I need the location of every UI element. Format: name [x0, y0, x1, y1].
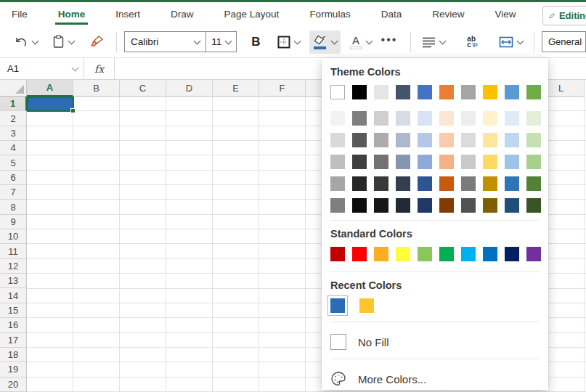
alignment-dropdown-chevron[interactable]	[439, 37, 447, 44]
row-header-17[interactable]: 17	[0, 333, 27, 348]
standard-color-swatch[interactable]	[505, 247, 519, 261]
standard-color-swatch[interactable]	[396, 247, 410, 261]
wrap-text-button[interactable]: ab c	[460, 32, 485, 52]
fill-handle[interactable]	[70, 108, 76, 113]
theme-variant-swatch[interactable]	[418, 111, 432, 126]
font-color-dropdown-chevron[interactable]	[365, 37, 373, 44]
theme-variant-swatch[interactable]	[439, 155, 454, 169]
theme-variant-swatch[interactable]	[352, 198, 367, 213]
theme-variant-swatch[interactable]	[418, 155, 432, 169]
active-cell-a1[interactable]	[27, 97, 74, 112]
theme-variant-swatch[interactable]	[526, 111, 541, 126]
format-painter-button[interactable]	[86, 30, 109, 53]
standard-color-swatch[interactable]	[330, 247, 345, 261]
alignment-button[interactable]	[418, 32, 449, 52]
select-all-button[interactable]	[0, 80, 27, 97]
theme-color-swatch[interactable]	[352, 85, 367, 99]
name-box[interactable]: A1	[0, 58, 84, 79]
theme-variant-swatch[interactable]	[505, 133, 519, 147]
theme-variant-swatch[interactable]	[352, 176, 367, 191]
paste-button[interactable]	[49, 30, 78, 53]
row-header-19[interactable]: 19	[0, 362, 27, 377]
menu-item-review[interactable]: Review	[432, 3, 464, 26]
standard-color-swatch[interactable]	[352, 247, 367, 261]
bold-button[interactable]: B	[244, 32, 267, 52]
theme-variant-swatch[interactable]	[526, 176, 541, 191]
column-header-d[interactable]: D	[166, 80, 213, 97]
theme-variant-swatch[interactable]	[396, 198, 410, 213]
row-header-3[interactable]: 3	[0, 126, 27, 141]
recent-color-swatch[interactable]	[330, 298, 345, 313]
theme-variant-swatch[interactable]	[505, 155, 519, 169]
theme-variant-swatch[interactable]	[483, 198, 497, 213]
editing-mode-button[interactable]: Editing	[542, 6, 586, 25]
borders-dropdown-chevron[interactable]	[293, 37, 301, 44]
no-fill-option[interactable]: No Fill	[330, 330, 548, 354]
theme-variant-swatch[interactable]	[374, 198, 388, 213]
theme-variant-swatch[interactable]	[352, 155, 367, 169]
menu-item-file[interactable]: File	[12, 3, 28, 26]
theme-variant-swatch[interactable]	[374, 111, 388, 126]
standard-color-swatch[interactable]	[483, 247, 497, 261]
standard-color-swatch[interactable]	[461, 247, 476, 261]
theme-variant-swatch[interactable]	[461, 111, 476, 126]
theme-variant-swatch[interactable]	[439, 176, 454, 191]
font-color-button[interactable]: A	[346, 30, 375, 54]
theme-variant-swatch[interactable]	[330, 111, 345, 126]
theme-variant-swatch[interactable]	[374, 155, 388, 169]
menu-item-home[interactable]: Home	[58, 3, 86, 26]
menu-item-insert[interactable]: Insert	[115, 3, 140, 26]
theme-variant-swatch[interactable]	[439, 133, 454, 147]
theme-variant-swatch[interactable]	[439, 198, 454, 213]
row-header-4[interactable]: 4	[0, 141, 27, 155]
row-header-8[interactable]: 8	[0, 200, 27, 214]
theme-variant-swatch[interactable]	[418, 198, 432, 213]
row-header-6[interactable]: 6	[0, 171, 27, 185]
borders-button[interactable]	[274, 31, 304, 53]
menu-item-formulas[interactable]: Formulas	[309, 3, 350, 26]
undo-button[interactable]	[10, 31, 41, 52]
theme-color-swatch[interactable]	[418, 85, 432, 99]
more-formatting-button[interactable]: •••	[375, 33, 404, 51]
row-header-11[interactable]: 11	[0, 244, 27, 258]
standard-color-swatch[interactable]	[418, 247, 432, 261]
theme-color-swatch[interactable]	[505, 85, 519, 99]
row-header-18[interactable]: 18	[0, 348, 27, 362]
theme-variant-swatch[interactable]	[461, 133, 476, 147]
theme-variant-swatch[interactable]	[418, 176, 432, 191]
theme-variant-swatch[interactable]	[396, 155, 410, 169]
row-header-20[interactable]: 20	[0, 377, 27, 392]
row-header-1[interactable]: 1	[0, 97, 27, 111]
column-header-f[interactable]: F	[259, 80, 306, 97]
row-header-14[interactable]: 14	[0, 288, 27, 303]
row-header-5[interactable]: 5	[0, 155, 27, 170]
theme-variant-swatch[interactable]	[396, 111, 410, 126]
theme-color-swatch[interactable]	[526, 85, 541, 99]
row-header-13[interactable]: 13	[0, 274, 27, 288]
fill-color-dropdown-chevron[interactable]	[330, 37, 338, 44]
row-header-9[interactable]: 9	[0, 215, 27, 229]
column-header-a[interactable]: A	[27, 80, 73, 97]
theme-color-swatch[interactable]	[330, 85, 345, 99]
number-format-select[interactable]: General	[542, 31, 586, 52]
column-header-e[interactable]: E	[213, 80, 259, 97]
theme-variant-swatch[interactable]	[396, 176, 410, 191]
theme-variant-swatch[interactable]	[483, 176, 497, 191]
theme-variant-swatch[interactable]	[330, 155, 345, 169]
paste-dropdown-chevron[interactable]	[68, 37, 76, 44]
standard-color-swatch[interactable]	[526, 247, 541, 261]
theme-variant-swatch[interactable]	[526, 198, 541, 213]
theme-variant-swatch[interactable]	[418, 133, 432, 147]
font-size-select[interactable]: 11	[206, 31, 237, 52]
merge-center-button[interactable]	[495, 32, 526, 52]
recent-color-swatch[interactable]	[359, 298, 374, 313]
theme-variant-swatch[interactable]	[439, 111, 454, 126]
theme-variant-swatch[interactable]	[505, 198, 519, 213]
column-header-c[interactable]: C	[120, 80, 166, 97]
menu-item-data[interactable]: Data	[381, 3, 402, 26]
insert-function-button[interactable]: fx	[84, 58, 115, 79]
theme-variant-swatch[interactable]	[352, 133, 367, 147]
more-colors-option[interactable]: More Colors...	[330, 367, 548, 391]
theme-color-swatch[interactable]	[374, 85, 388, 99]
theme-color-swatch[interactable]	[439, 85, 454, 99]
